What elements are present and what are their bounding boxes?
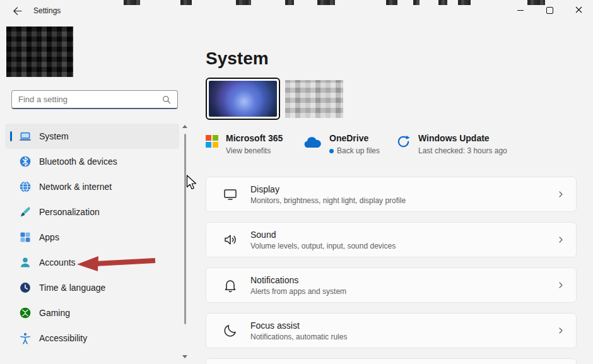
bell-icon bbox=[223, 278, 238, 293]
censored-mark bbox=[386, 0, 397, 5]
sidebar-item-time-language[interactable]: Time & language bbox=[5, 275, 179, 300]
censored-mark bbox=[236, 0, 251, 5]
accounts-person-icon bbox=[19, 256, 32, 269]
promo-subtitle: View benefits bbox=[226, 146, 271, 155]
setting-title: Focus assist bbox=[250, 320, 347, 331]
search-icon bbox=[161, 94, 172, 108]
user-avatar bbox=[6, 26, 73, 77]
sidebar-item-label: Apps bbox=[39, 232, 59, 242]
settings-window: Settings System bbox=[0, 0, 593, 364]
settings-row-focus-assist[interactable]: Focus assist Notifications, automatic ru… bbox=[206, 313, 577, 348]
promo-windows-update[interactable]: Windows Update Last checked: 3 hours ago bbox=[396, 133, 507, 155]
settings-row-notifications[interactable]: Notifications Alerts from apps and syste… bbox=[206, 267, 577, 303]
sidebar-item-label: Gaming bbox=[39, 308, 70, 318]
onedrive-cloud-icon bbox=[303, 136, 322, 151]
chevron-right-icon bbox=[556, 235, 566, 245]
search-box bbox=[11, 90, 178, 109]
accessibility-person-icon bbox=[19, 332, 32, 344]
sidebar-item-label: System bbox=[39, 131, 69, 141]
sidebar-item-label: Personalization bbox=[39, 207, 100, 217]
system-icon bbox=[19, 130, 32, 143]
clock-icon bbox=[19, 281, 32, 294]
selected-indicator bbox=[10, 131, 12, 141]
brush-icon bbox=[19, 206, 32, 218]
scrollbar-thumb[interactable] bbox=[184, 134, 186, 324]
windows-update-icon bbox=[396, 134, 411, 151]
sidebar-item-label: Accounts bbox=[39, 257, 76, 267]
maximize-icon bbox=[546, 7, 553, 14]
settings-row-display[interactable]: Display Monitors, brightness, night ligh… bbox=[206, 177, 577, 212]
sidebar-item-gaming[interactable]: Gaming bbox=[5, 300, 179, 326]
moon-icon bbox=[223, 323, 238, 338]
censored-mark bbox=[317, 0, 335, 5]
window-title: Settings bbox=[33, 6, 61, 15]
sidebar-item-system[interactable]: System bbox=[5, 124, 179, 149]
sidebar-item-personalization[interactable]: Personalization bbox=[5, 199, 179, 225]
sidebar-item-bluetooth-devices[interactable]: Bluetooth & devices bbox=[5, 149, 179, 174]
setting-subtitle: Monitors, brightness, night light, displ… bbox=[250, 196, 406, 205]
display-preview-secondary[interactable] bbox=[285, 80, 343, 118]
microsoft-365-icon bbox=[206, 135, 218, 148]
setting-title: Notifications bbox=[250, 275, 346, 285]
promo-onedrive[interactable]: OneDrive Back up files bbox=[303, 133, 380, 155]
censored-mark bbox=[438, 0, 447, 5]
sidebar-item-accounts[interactable]: Accounts bbox=[5, 250, 179, 275]
censored-mark bbox=[458, 0, 471, 5]
minimize-icon bbox=[517, 10, 524, 11]
censored-mark bbox=[285, 0, 294, 5]
sidebar-item-label: Time & language bbox=[39, 283, 105, 293]
censored-mark bbox=[180, 0, 192, 5]
settings-row-partial[interactable] bbox=[206, 358, 577, 364]
setting-title: Sound bbox=[250, 230, 396, 240]
scrollbar-down-arrow[interactable] bbox=[182, 355, 187, 358]
promo-title: OneDrive bbox=[329, 133, 380, 144]
close-icon bbox=[575, 6, 582, 15]
window-controls bbox=[506, 0, 593, 21]
globe-icon bbox=[19, 180, 32, 193]
sidebar-item-accessibility[interactable]: Accessibility bbox=[5, 326, 179, 351]
sidebar-item-label: Bluetooth & devices bbox=[39, 156, 117, 167]
apps-grid-icon bbox=[19, 231, 32, 244]
mouse-cursor bbox=[186, 175, 197, 194]
promo-microsoft-365[interactable]: Microsoft 365 View benefits bbox=[206, 133, 283, 155]
chevron-right-icon bbox=[556, 280, 566, 290]
bloom-wallpaper bbox=[209, 81, 277, 117]
promo-subtitle: Last checked: 3 hours ago bbox=[418, 146, 507, 155]
chevron-right-icon bbox=[556, 326, 566, 336]
setting-subtitle: Alerts from apps and system bbox=[250, 287, 346, 296]
close-button[interactable] bbox=[564, 0, 593, 21]
scrollbar-up-arrow[interactable] bbox=[182, 125, 187, 128]
censored-mark bbox=[527, 0, 545, 5]
promo-subtitle: Back up files bbox=[337, 146, 380, 155]
back-button[interactable] bbox=[8, 5, 26, 19]
promo-title: Microsoft 365 bbox=[226, 133, 283, 144]
setting-subtitle: Volume levels, output, input, sound devi… bbox=[250, 242, 396, 250]
bluetooth-icon bbox=[19, 155, 32, 168]
sidebar-item-label: Accessibility bbox=[39, 333, 87, 343]
sound-icon bbox=[223, 232, 238, 247]
status-dot bbox=[329, 149, 334, 153]
setting-title: Display bbox=[250, 184, 406, 194]
page-title: System bbox=[206, 49, 269, 69]
sidebar-item-network-internet[interactable]: Network & internet bbox=[5, 174, 179, 199]
censored-mark bbox=[413, 0, 420, 5]
search-input[interactable] bbox=[12, 91, 177, 108]
display-preview-primary[interactable] bbox=[206, 78, 280, 120]
settings-row-sound[interactable]: Sound Volume levels, output, input, soun… bbox=[206, 222, 577, 257]
xbox-icon bbox=[19, 307, 32, 319]
back-arrow-icon bbox=[13, 7, 22, 17]
display-icon bbox=[223, 187, 238, 202]
sidebar-nav: System Bluetooth & devices Network & int… bbox=[5, 124, 179, 351]
setting-subtitle: Notifications, automatic rules bbox=[250, 332, 347, 341]
sidebar-item-label: Network & internet bbox=[39, 182, 112, 192]
chevron-right-icon bbox=[556, 189, 566, 199]
titlebar: Settings bbox=[0, 0, 593, 21]
promo-title: Windows Update bbox=[418, 133, 507, 144]
sidebar-item-apps[interactable]: Apps bbox=[5, 225, 179, 250]
censored-mark bbox=[124, 0, 140, 5]
